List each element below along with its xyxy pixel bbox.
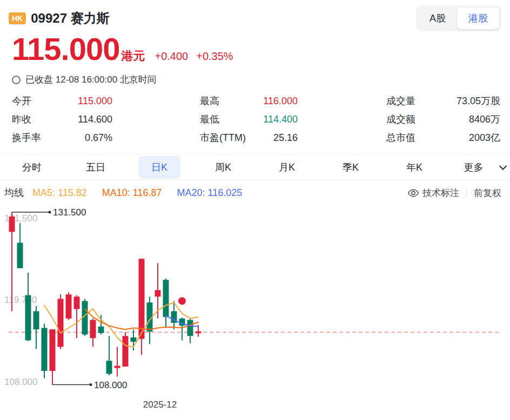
period-tabs: 分时五日日K周K月K季K年K更多 xyxy=(0,155,510,180)
candle-body xyxy=(115,366,120,368)
stats-col-3: 成交量73.05万股成交额8406万总市值2003亿 xyxy=(386,92,500,147)
period-tab-monthly-k[interactable]: 月K xyxy=(255,155,319,180)
ma-legend-item: MA20: 116.025 xyxy=(177,187,242,198)
divider xyxy=(0,180,510,180)
low-annotation-dot xyxy=(90,383,92,386)
stat-row: 最高116.000 xyxy=(200,92,298,110)
market-switcher: A股 港股 xyxy=(416,5,501,31)
low-annotation-line xyxy=(52,383,91,385)
candle-body xyxy=(155,290,161,296)
stat-row: 换手率0.67% xyxy=(12,128,112,147)
ma-legend: MA5: 115.82MA10: 116.87MA20: 116.025 xyxy=(32,187,257,199)
stat-label: 成交额 xyxy=(386,113,415,126)
high-annotation-dot xyxy=(49,211,51,214)
stat-value: 115.000 xyxy=(78,96,112,107)
stat-value: 114.400 xyxy=(263,114,298,125)
price-row: 115.000 港元 +0.400 +0.35% xyxy=(12,33,233,65)
period-tab-label: 日K xyxy=(138,156,180,179)
stat-row: 市盈(TTM)25.16 xyxy=(200,128,298,147)
candle-body xyxy=(25,295,31,341)
stat-value: 2003亿 xyxy=(469,131,500,144)
period-tab-label: 季K xyxy=(330,156,372,179)
y-axis-label: 119.750 xyxy=(4,295,37,305)
candle-body xyxy=(106,361,112,374)
stat-label: 昨收 xyxy=(12,113,31,126)
candle-body xyxy=(9,216,15,232)
stat-value: 0.67% xyxy=(85,132,112,144)
stat-row: 今开115.000 xyxy=(12,92,112,110)
stat-value: 25.16 xyxy=(273,132,298,144)
period-tab-label: 分时 xyxy=(9,156,55,179)
kline-chart[interactable]: 131.500119.750108.000131.500108.0002025-… xyxy=(0,203,510,420)
low-annotation-label: 108.000 xyxy=(94,380,127,390)
period-tab-yearly-k[interactable]: 年K xyxy=(382,155,446,180)
candle-body xyxy=(123,336,129,367)
market-status-text: 已收盘 12-08 16:00:00 北京时间 xyxy=(25,73,157,86)
annotation-toggle[interactable]: 技术标注 xyxy=(408,187,459,199)
period-tab-weekly-k[interactable]: 周K xyxy=(191,155,255,180)
stat-row: 总市值2003亿 xyxy=(386,128,500,147)
period-tab-label: 年K xyxy=(393,156,435,179)
ma-bar-title: 均线 xyxy=(4,186,24,199)
stats-col-2: 最高116.000最低114.400市盈(TTM)25.16 xyxy=(200,92,298,147)
x-axis-label: 2025-12 xyxy=(143,399,177,410)
ma-bar: 均线 MA5: 115.82MA10: 116.87MA20: 116.025 … xyxy=(4,185,501,201)
candle-body xyxy=(187,320,193,336)
y-axis-label: 108.000 xyxy=(4,377,37,387)
candle-body xyxy=(139,259,145,338)
stat-value: 8406万 xyxy=(469,113,500,126)
period-tab-label: 周K xyxy=(202,156,244,179)
candle-body xyxy=(196,331,202,334)
candle-body xyxy=(98,327,104,333)
period-tab-quarterly-k[interactable]: 季K xyxy=(319,155,382,180)
stat-label: 成交量 xyxy=(386,94,415,107)
marker-dot xyxy=(178,297,186,305)
market-tab-a-share[interactable]: A股 xyxy=(418,8,457,29)
market-badge: HK xyxy=(9,12,26,24)
candle-body xyxy=(50,329,56,371)
candle-body xyxy=(66,294,72,319)
stat-label: 总市值 xyxy=(386,131,415,144)
divider xyxy=(0,153,510,154)
market-status-icon xyxy=(12,76,21,84)
period-tab-daily-k[interactable]: 日K xyxy=(128,155,191,180)
stat-row: 昨收114.600 xyxy=(12,110,112,128)
stat-label: 换手率 xyxy=(12,131,41,144)
stat-label: 最低 xyxy=(200,113,219,126)
header: HK 09927 赛力斯 A股 港股 xyxy=(9,5,501,31)
candle-body xyxy=(33,311,39,329)
candle-body xyxy=(163,280,169,317)
stat-value: 114.600 xyxy=(78,114,112,125)
ma-legend-item: MA5: 115.82 xyxy=(32,187,87,198)
stat-label: 最高 xyxy=(200,94,219,107)
high-annotation-label: 131.500 xyxy=(53,207,86,218)
separator xyxy=(466,188,467,197)
stat-row: 最低114.400 xyxy=(200,110,298,128)
eye-icon xyxy=(408,189,419,197)
period-tab-label: 月K xyxy=(266,156,308,179)
stock-identity: HK 09927 赛力斯 xyxy=(9,10,110,27)
stat-label: 今开 xyxy=(12,94,31,107)
stat-row: 成交额8406万 xyxy=(386,110,500,128)
candle-body xyxy=(17,243,23,268)
stat-row: 成交量73.05万股 xyxy=(386,92,500,110)
adjust-mode-label: 前复权 xyxy=(474,187,501,199)
chevron-down-icon xyxy=(499,162,506,170)
market-tab-hk-share[interactable]: 港股 xyxy=(457,8,499,29)
price-change: +0.400 xyxy=(155,50,188,63)
market-status: 已收盘 12-08 16:00:00 北京时间 xyxy=(12,73,157,86)
adjust-mode-button[interactable]: 前复权 xyxy=(474,187,501,199)
candle-body xyxy=(58,299,64,347)
candle-body xyxy=(74,296,80,309)
period-tab-5day[interactable]: 五日 xyxy=(64,155,128,180)
period-tab-more[interactable]: 更多 xyxy=(446,155,510,180)
chart-tools: 技术标注 前复权 xyxy=(408,187,501,199)
candle-body xyxy=(42,328,48,371)
ma-legend-item: MA10: 116.87 xyxy=(102,187,162,198)
stat-value: 73.05万股 xyxy=(457,94,500,107)
annotation-toggle-label: 技术标注 xyxy=(422,187,459,199)
current-price: 115.000 xyxy=(12,33,119,65)
currency-label: 港元 xyxy=(121,48,145,64)
stats-col-1: 今开115.000昨收114.600换手率0.67% xyxy=(12,92,112,147)
period-tab-timeline[interactable]: 分时 xyxy=(0,155,64,180)
